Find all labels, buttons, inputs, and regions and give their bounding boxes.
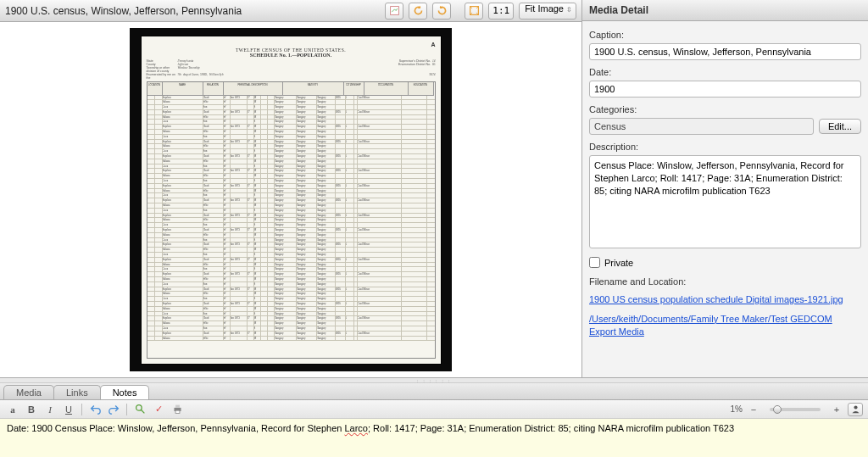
tab-links[interactable]: Links <box>53 385 101 399</box>
tab-media[interactable]: Media <box>3 385 54 399</box>
census-schedule: SCHEDULE No. 1.—POPULATION. <box>147 53 436 58</box>
chevron-updown-icon: ⇳ <box>566 6 572 14</box>
date-input[interactable] <box>589 81 861 98</box>
location-link[interactable]: /Users/keith/Documents/Family Tree Maker… <box>589 313 861 338</box>
categories-label: Categories: <box>589 104 861 114</box>
private-checkbox[interactable] <box>589 257 600 268</box>
underline-button[interactable]: U <box>61 403 76 416</box>
bold-button[interactable]: B <box>24 403 39 416</box>
font-button[interactable]: a <box>5 403 20 416</box>
person-button[interactable] <box>848 403 863 416</box>
census-table: LOCATIONNAMERELATIONPERSONAL DESCRIPTION… <box>147 81 436 359</box>
caption-input[interactable] <box>589 43 861 60</box>
redo-button[interactable] <box>106 403 121 416</box>
sheet-letter: A <box>431 42 435 47</box>
viewer-toolbar: 1900 U.S. census, Winslow, Jefferson, Pe… <box>0 0 581 22</box>
media-detail-header: Media Detail <box>582 0 868 21</box>
svg-rect-6 <box>175 410 180 413</box>
separator <box>126 404 127 415</box>
notes-text-pre: Date: 1900 Census Place: Winslow, Jeffer… <box>7 423 344 433</box>
zoom-percent: 1% <box>731 404 743 414</box>
svg-point-7 <box>854 405 857 409</box>
fit-mode-select[interactable]: Fit Image⇳ <box>519 3 576 20</box>
fit-window-button[interactable] <box>465 3 483 20</box>
lower-panel: : : : : : : Media Links Notes a B I U ✓ … <box>0 377 868 457</box>
media-detail-panel: Media Detail Caption: Date: Categories: … <box>582 0 868 377</box>
rotate-right-button[interactable] <box>432 3 451 20</box>
svg-rect-0 <box>390 7 398 15</box>
edit-image-button[interactable] <box>385 3 403 20</box>
zoom-out-button[interactable]: − <box>746 403 761 416</box>
print-button[interactable] <box>170 403 185 416</box>
document-image: A TWELFTH CENSUS OF THE UNITED STATES. S… <box>130 28 452 371</box>
description-label: Description: <box>589 142 861 152</box>
zoom-slider[interactable] <box>770 408 821 411</box>
image-viewer-panel: 1900 U.S. census, Winslow, Jefferson, Pe… <box>0 0 582 377</box>
svg-line-3 <box>141 410 144 413</box>
separator <box>81 404 82 415</box>
zoom-slider-knob[interactable] <box>773 405 782 414</box>
filename-link[interactable]: 1900 US census population schedule Digit… <box>589 293 861 306</box>
viewer-body[interactable]: A TWELFTH CENSUS OF THE UNITED STATES. S… <box>0 22 581 377</box>
tabs-bar: Media Links Notes <box>0 383 868 400</box>
viewer-title: 1900 U.S. census, Winslow, Jefferson, Pe… <box>5 5 380 17</box>
categories-edit-button[interactable]: Edit... <box>819 119 861 134</box>
svg-point-2 <box>136 405 142 411</box>
one-to-one-button[interactable]: 1:1 <box>488 3 514 20</box>
svg-rect-5 <box>175 405 180 408</box>
notes-toolbar: a B I U ✓ 1% − + <box>0 400 868 419</box>
undo-button[interactable] <box>87 403 103 416</box>
rotate-left-button[interactable] <box>409 3 427 20</box>
date-label: Date: <box>589 67 861 77</box>
notes-body[interactable]: Date: 1900 Census Place: Winslow, Jeffer… <box>0 419 868 457</box>
caption-label: Caption: <box>589 30 861 40</box>
census-page: A TWELFTH CENSUS OF THE UNITED STATES. S… <box>141 36 442 365</box>
notes-wavy-word: Larco <box>344 423 368 433</box>
italic-button[interactable]: I <box>42 403 58 416</box>
fit-mode-label: Fit Image <box>525 3 564 14</box>
categories-value: Census <box>589 118 814 135</box>
description-textarea[interactable] <box>589 155 861 248</box>
spellcheck-button[interactable]: ✓ <box>151 403 166 416</box>
zoom-in-button[interactable]: + <box>829 403 844 416</box>
filename-label: Filename and Location: <box>589 276 861 287</box>
notes-text-post: ; Roll: 1417; Page: 31A; Enumeration Dis… <box>368 423 734 433</box>
private-label: Private <box>604 258 633 268</box>
find-button[interactable] <box>132 403 147 416</box>
tab-notes[interactable]: Notes <box>100 385 150 399</box>
